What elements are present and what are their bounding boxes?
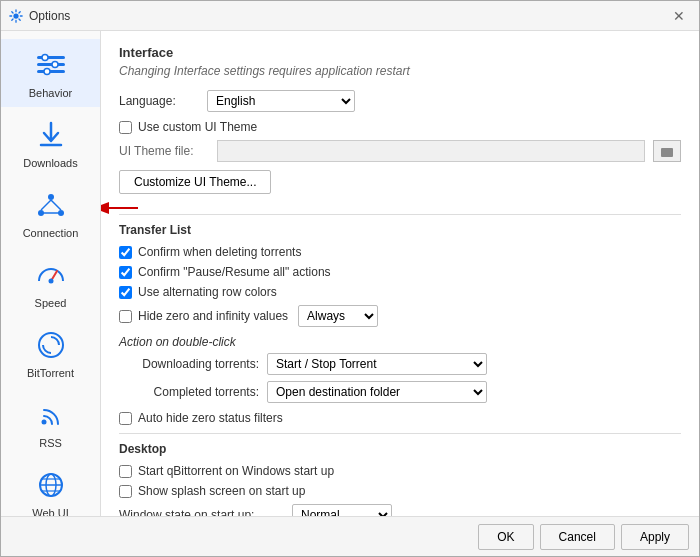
options-window: Options ✕ Behavior [0,0,700,557]
alternating-rows-checkbox[interactable] [119,286,132,299]
svg-rect-2 [37,63,65,66]
svg-line-10 [41,200,51,210]
downloading-torrents-label: Downloading torrents: [119,357,259,371]
confirm-delete-label: Confirm when deleting torrents [138,245,301,259]
alternating-rows-row: Use alternating row colors [119,285,681,299]
auto-hide-row: Auto hide zero status filters [119,411,681,425]
show-splash-label: Show splash screen on start up [138,484,305,498]
desktop-title: Desktop [119,442,681,456]
start-windows-row: Start qBittorrent on Windows start up [119,464,681,478]
rss-icon [33,397,69,433]
language-row: Language: English [119,90,681,112]
behavior-label: Behavior [29,87,72,99]
start-windows-label: Start qBittorrent on Windows start up [138,464,334,478]
hide-zero-row: Hide zero and infinity values Always [119,305,681,327]
svg-rect-1 [37,56,65,59]
ui-theme-file-label: UI Theme file: [119,144,209,158]
customize-theme-button[interactable]: Customize UI Theme... [119,170,271,194]
language-label: Language: [119,94,199,108]
downloading-torrents-select[interactable]: Start / Stop Torrent [267,353,487,375]
sidebar-item-speed[interactable]: Speed [1,249,100,317]
custom-theme-checkbox[interactable] [119,121,132,134]
alternating-rows-label: Use alternating row colors [138,285,277,299]
title-bar: Options ✕ [1,1,699,31]
svg-point-15 [41,420,46,425]
cancel-button[interactable]: Cancel [540,524,615,550]
confirm-delete-row: Confirm when deleting torrents [119,245,681,259]
bottom-bar: OK Cancel Apply [1,516,699,556]
downloads-icon [33,117,69,153]
show-splash-row: Show splash screen on start up [119,484,681,498]
bittorrent-label: BitTorrent [27,367,74,379]
custom-theme-row: Use custom UI Theme [119,120,681,134]
window-state-row: Window state on start up: Normal [119,504,681,516]
window-state-label: Window state on start up: [119,508,284,516]
sidebar-item-webui[interactable]: Web UI [1,459,100,516]
action-grid: Downloading torrents: Start / Stop Torre… [119,353,681,403]
transfer-list-title: Transfer List [119,223,681,237]
window-state-select[interactable]: Normal [292,504,392,516]
confirm-pause-label: Confirm "Pause/Resume all" actions [138,265,331,279]
ok-button[interactable]: OK [478,524,533,550]
svg-point-13 [48,279,53,284]
connection-icon [33,187,69,223]
svg-point-4 [42,55,48,61]
auto-hide-checkbox[interactable] [119,412,132,425]
webui-icon [33,467,69,503]
downloads-label: Downloads [23,157,77,169]
sidebar-item-bittorrent[interactable]: BitTorrent [1,319,100,387]
sidebar-item-rss[interactable]: RSS [1,389,100,457]
window-title: Options [29,9,70,23]
webui-label: Web UI [32,507,68,516]
folder-icon [660,144,674,158]
ui-theme-file-input[interactable] [217,140,645,162]
sidebar: Behavior Downloads [1,31,101,516]
title-bar-left: Options [9,9,70,23]
confirm-pause-row: Confirm "Pause/Resume all" actions [119,265,681,279]
apply-button[interactable]: Apply [621,524,689,550]
sidebar-item-behavior[interactable]: Behavior [1,39,100,107]
content-area: Behavior Downloads [1,31,699,516]
sidebar-item-downloads[interactable]: Downloads [1,109,100,177]
show-splash-checkbox[interactable] [119,485,132,498]
svg-point-5 [52,62,58,68]
connection-label: Connection [23,227,79,239]
divider-2 [119,433,681,434]
main-content: Interface Changing Interface settings re… [101,31,699,516]
svg-point-6 [44,69,50,75]
hide-zero-checkbox[interactable] [119,310,132,323]
svg-rect-25 [661,148,673,157]
speed-label: Speed [35,297,67,309]
sidebar-item-connection[interactable]: Connection [1,179,100,247]
bittorrent-icon [33,327,69,363]
ui-theme-file-row: UI Theme file: [119,140,681,162]
hide-zero-select[interactable]: Always [298,305,378,327]
custom-theme-label: Use custom UI Theme [138,120,257,134]
annotation-arrow [101,193,143,226]
start-windows-checkbox[interactable] [119,465,132,478]
divider-1 [119,214,681,215]
completed-torrents-label: Completed torrents: [119,385,259,399]
speed-icon [33,257,69,293]
svg-rect-3 [37,70,65,73]
confirm-pause-checkbox[interactable] [119,266,132,279]
interface-section-title: Interface [119,45,681,60]
completed-torrents-select[interactable]: Open destination folder [267,381,487,403]
svg-point-7 [48,194,54,200]
options-icon [9,9,23,23]
svg-line-11 [51,200,61,210]
close-button[interactable]: ✕ [667,6,691,26]
action-double-click-title: Action on double-click [119,335,681,349]
hide-zero-label: Hide zero and infinity values [138,309,288,323]
language-select[interactable]: English [207,90,355,112]
interface-subtitle: Changing Interface settings requires app… [119,64,681,78]
auto-hide-label: Auto hide zero status filters [138,411,283,425]
svg-point-0 [13,13,18,18]
rss-label: RSS [39,437,62,449]
browse-button[interactable] [653,140,681,162]
confirm-delete-checkbox[interactable] [119,246,132,259]
behavior-icon [33,47,69,83]
